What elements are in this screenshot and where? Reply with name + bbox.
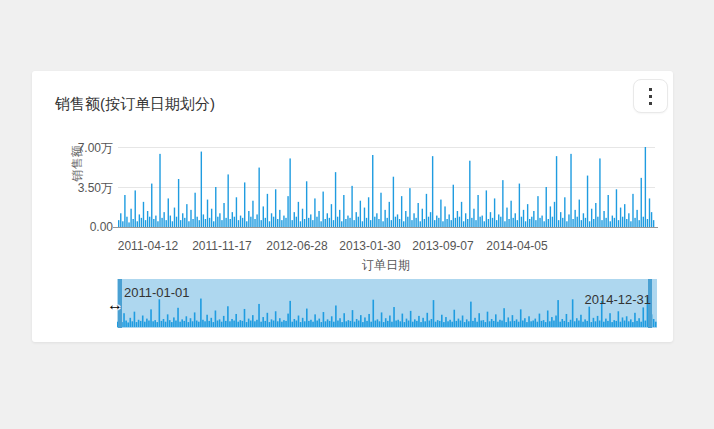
x-axis-tick-label: 2013-09-07 bbox=[412, 239, 473, 253]
x-axis-tick-label: 2012-06-28 bbox=[266, 239, 327, 253]
x-axis-title: 订单日期 bbox=[362, 257, 410, 274]
chart-card: 销售额(按订单日期划分) 销售额 7.00万 3.50万 0.00 2011-0… bbox=[32, 71, 673, 342]
x-axis-line bbox=[113, 227, 658, 228]
y-axis-tick-label: 0.00 bbox=[53, 220, 113, 234]
kebab-menu-icon bbox=[649, 88, 652, 91]
y-axis-tick-label: 7.00万 bbox=[53, 140, 113, 157]
datazoom-start-label: 2011-01-01 bbox=[124, 285, 190, 300]
main-chart-plot[interactable] bbox=[118, 147, 655, 227]
x-axis-tick-label: 2013-01-30 bbox=[339, 239, 400, 253]
page-background: 销售额(按订单日期划分) 销售额 7.00万 3.50万 0.00 2011-0… bbox=[0, 0, 714, 429]
datazoom-end-label: 2014-12-31 bbox=[585, 292, 652, 307]
x-axis-tick-label: 2011-04-12 bbox=[118, 239, 179, 253]
resize-cursor: ↔ bbox=[107, 297, 123, 313]
x-axis-tick-label: 2014-04-05 bbox=[486, 239, 547, 253]
datazoom-mini-chart bbox=[117, 293, 657, 327]
kebab-menu-button[interactable] bbox=[633, 79, 668, 113]
chart-title: 销售额(按订单日期划分) bbox=[55, 95, 215, 114]
datazoom-slider[interactable]: 2011-01-01 2014-12-31 bbox=[117, 279, 657, 328]
y-axis-tick-label: 3.50万 bbox=[53, 180, 113, 197]
sales-bar-series bbox=[118, 147, 655, 227]
x-axis-tick-label: 2011-11-17 bbox=[192, 239, 252, 253]
